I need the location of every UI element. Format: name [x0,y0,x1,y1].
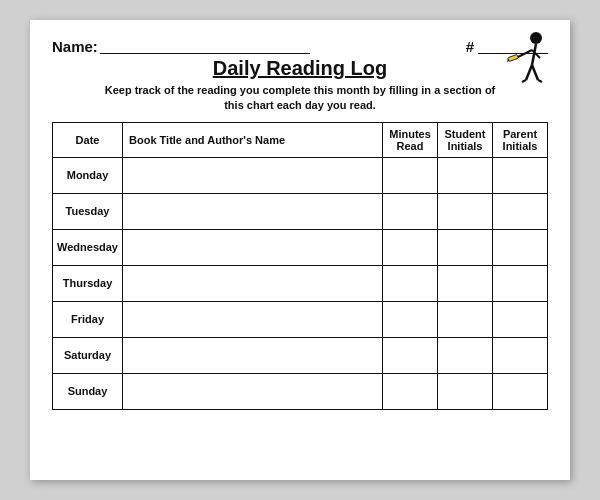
parent-initials-cell[interactable] [493,301,548,337]
table-row: Saturday [53,337,548,373]
student-label: Student Initials [445,128,486,152]
student-initials-cell[interactable] [438,229,493,265]
header-row: Name: # [52,38,548,55]
day-cell: Wednesday [53,229,123,265]
student-initials-cell[interactable] [438,157,493,193]
svg-line-9 [538,80,542,82]
name-underline [100,40,310,54]
table-row: Tuesday [53,193,548,229]
svg-point-0 [530,32,542,44]
parent-label: Parent Initials [503,128,538,152]
parent-initials-cell[interactable] [493,265,548,301]
col-header-minutes: Minutes Read [383,122,438,157]
parent-initials-cell[interactable] [493,229,548,265]
col-header-date: Date [53,122,123,157]
book-cell[interactable] [123,157,383,193]
minutes-cell[interactable] [383,337,438,373]
minutes-cell[interactable] [383,157,438,193]
hash-label: # [466,38,474,55]
day-cell: Saturday [53,337,123,373]
book-cell[interactable] [123,229,383,265]
parent-initials-cell[interactable] [493,193,548,229]
table-row: Sunday [53,373,548,409]
svg-line-2 [516,50,532,58]
name-line: Name: [52,38,310,55]
book-cell[interactable] [123,265,383,301]
table-row: Wednesday [53,229,548,265]
book-cell[interactable] [123,373,383,409]
parent-initials-cell[interactable] [493,337,548,373]
minutes-cell[interactable] [383,193,438,229]
page-title: Daily Reading Log [52,57,548,80]
col-header-parent: Parent Initials [493,122,548,157]
student-initials-cell[interactable] [438,337,493,373]
page: Name: # Daily Rea [30,20,570,480]
table-row: Monday [53,157,548,193]
student-initials-cell[interactable] [438,265,493,301]
reading-log-table: Date Book Title and Author's Name Minute… [52,122,548,410]
parent-initials-cell[interactable] [493,373,548,409]
subtitle-line2: this chart each day you read. [224,99,376,111]
student-initials-cell[interactable] [438,301,493,337]
page-subtitle: Keep track of the reading you complete t… [52,83,548,114]
minutes-cell[interactable] [383,229,438,265]
svg-line-8 [522,80,526,82]
day-cell: Thursday [53,265,123,301]
student-initials-cell[interactable] [438,193,493,229]
svg-line-6 [526,65,532,80]
book-cell[interactable] [123,337,383,373]
day-cell: Tuesday [53,193,123,229]
student-initials-cell[interactable] [438,373,493,409]
table-row: Thursday [53,265,548,301]
name-label: Name: [52,38,98,55]
minutes-cell[interactable] [383,373,438,409]
book-cell[interactable] [123,193,383,229]
day-cell: Sunday [53,373,123,409]
col-header-book: Book Title and Author's Name [123,122,383,157]
day-cell: Friday [53,301,123,337]
reading-figure [502,30,550,96]
parent-initials-cell[interactable] [493,157,548,193]
subtitle-line1: Keep track of the reading you complete t… [105,84,496,96]
minutes-cell[interactable] [383,301,438,337]
minutes-label: Minutes Read [389,128,431,152]
col-header-student: Student Initials [438,122,493,157]
svg-line-7 [532,65,538,80]
book-cell[interactable] [123,301,383,337]
day-cell: Monday [53,157,123,193]
table-row: Friday [53,301,548,337]
minutes-cell[interactable] [383,265,438,301]
